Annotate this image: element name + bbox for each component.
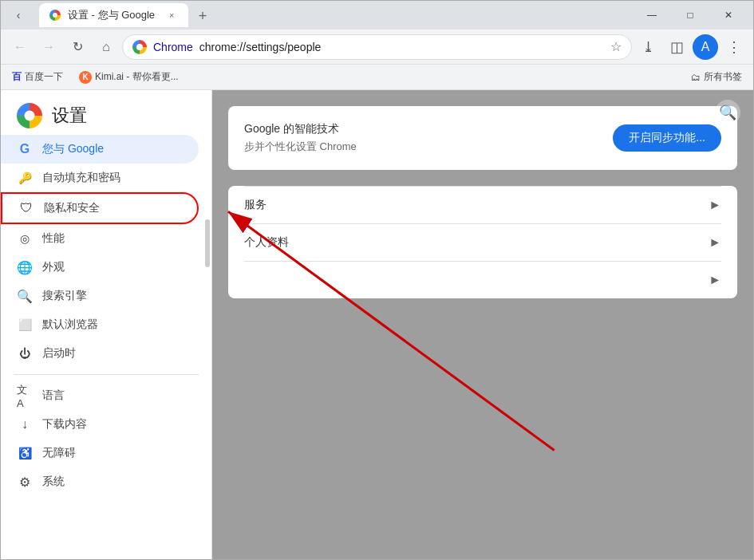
default-browser-label: 默认浏览器 (42, 317, 98, 332)
sidebar-item-downloads[interactable]: ↓ 下载内容 (1, 410, 199, 439)
sync-title: Google 的智能技术 (244, 122, 357, 136)
scrollbar-thumb[interactable] (205, 219, 210, 267)
settings-title: 设置 (52, 104, 87, 128)
autofill-label: 自动填充和密码 (42, 171, 120, 185)
downloads-icon: ↓ (17, 416, 33, 432)
sidebar-item-search[interactable]: 🔍 搜索引擎 (1, 282, 199, 310)
content-row-profile[interactable]: 个人资料 ► (244, 223, 721, 261)
bookmarks-folder-icon: 🗂 (691, 72, 701, 83)
chrome-logo-icon (132, 40, 147, 54)
all-bookmarks-label: 所有书签 (704, 70, 742, 84)
profile-button[interactable]: A (693, 34, 718, 60)
toolbar-right: ⤓ ◫ A ⋮ (635, 34, 747, 60)
bookmarks-divider-right: 🗂 所有书签 (686, 67, 747, 87)
sidebar-item-performance[interactable]: ◎ 性能 (1, 224, 199, 253)
system-label: 系统 (42, 475, 65, 489)
appearance-icon: 🌐 (17, 259, 33, 275)
performance-icon: ◎ (17, 231, 33, 246)
maximize-button[interactable]: □ (672, 2, 709, 28)
all-bookmarks-button[interactable]: 🗂 所有书签 (686, 67, 747, 87)
tab-strip: 设置 - 您与 Google × + (33, 3, 630, 27)
row3-arrow-icon: ► (709, 273, 721, 287)
sidebar-item-autofill[interactable]: 🔑 自动填充和密码 (1, 164, 199, 192)
toolbar: ← → ↻ ⌂ Chrome chrome://settings/people … (1, 30, 753, 65)
tab-close-button[interactable]: × (164, 8, 179, 22)
content-rows: 服务 ► 个人资料 ► ► (228, 186, 737, 298)
baidu-label: 百度一下 (25, 70, 63, 84)
sidebar-item-system[interactable]: ⚙ 系统 (1, 467, 199, 496)
search-label: 搜索引擎 (42, 289, 87, 303)
sidebar-item-startup[interactable]: ⏻ 启动时 (1, 339, 199, 368)
address-text: chrome://settings/people (199, 41, 604, 53)
system-icon: ⚙ (17, 474, 33, 490)
startup-label: 启动时 (42, 346, 76, 361)
appearance-label: 外观 (42, 260, 65, 274)
active-tab[interactable]: 设置 - 您与 Google × (39, 3, 188, 27)
settings-main: 🔍 Google 的智能技术 步并个性化设置 Chrome 开启同步功能... … (212, 90, 753, 559)
sidebar-item-accessibility[interactable]: ♿ 无障碍 (1, 439, 199, 467)
sync-text: Google 的智能技术 步并个性化设置 Chrome (244, 122, 357, 154)
startup-icon: ⏻ (17, 345, 33, 361)
privacy-label: 隐私和安全 (44, 201, 100, 215)
chrome-label: Chrome (153, 41, 193, 53)
language-label: 语言 (42, 388, 65, 403)
content-row-services[interactable]: 服务 ► (244, 186, 721, 223)
kimi-label: Kimi.ai - 帮你看更... (95, 70, 179, 84)
settings-header: 设置 (1, 90, 211, 135)
downloads-label: 下载内容 (42, 417, 87, 432)
settings-sidebar: 设置 G 您与 Google 🔑 自动填充和密码 🛡 隐私和安全 (1, 90, 212, 559)
sidebar-item-appearance[interactable]: 🌐 外观 (1, 253, 199, 282)
window-controls: — □ ✕ (634, 2, 747, 28)
sidebar-divider (14, 374, 199, 375)
settings-chrome-logo (17, 103, 42, 128)
sidebar-item-privacy[interactable]: 🛡 隐私和安全 (1, 192, 199, 224)
row1-arrow-icon: ► (709, 198, 721, 212)
sidebar-item-you-and-google[interactable]: G 您与 Google (1, 135, 199, 164)
content-row-extra[interactable]: ► (244, 261, 721, 298)
reload-button[interactable]: ↻ (65, 34, 90, 60)
autofill-icon: 🔑 (17, 170, 33, 186)
back-button[interactable]: ← (7, 34, 33, 60)
sidebar-item-language[interactable]: 文A 语言 (1, 381, 199, 410)
sync-button[interactable]: 开启同步功能... (613, 124, 721, 152)
performance-label: 性能 (42, 231, 65, 246)
search-settings-button[interactable]: 🔍 (715, 100, 740, 125)
new-tab-button[interactable]: + (191, 5, 214, 27)
privacy-icon: 🛡 (18, 200, 34, 216)
bookmarks-bar: 百 百度一下 K Kimi.ai - 帮你看更... 🗂 所有书签 (1, 65, 753, 90)
content-area: 设置 G 您与 Google 🔑 自动填充和密码 🛡 隐私和安全 (1, 90, 753, 559)
kimi-favicon: K (79, 71, 92, 84)
sidebar-nav: G 您与 Google 🔑 自动填充和密码 🛡 隐私和安全 ◎ 性能 (1, 135, 211, 559)
tab-nav-back[interactable]: ‹ (7, 4, 30, 26)
bookmark-kimi[interactable]: K Kimi.ai - 帮你看更... (74, 67, 184, 87)
title-bar: ‹ 设置 - 您与 Google × + — □ ✕ (1, 1, 753, 30)
tab-title: 设置 - 您与 Google (68, 8, 155, 22)
forward-button[interactable]: → (36, 34, 61, 60)
default-browser-icon: ⬜ (17, 317, 33, 333)
close-button[interactable]: ✕ (710, 2, 747, 28)
accessibility-label: 无障碍 (42, 446, 76, 460)
baidu-icon: 百 (12, 70, 22, 84)
sync-desc: 步并个性化设置 Chrome (244, 140, 357, 154)
language-icon: 文A (17, 388, 33, 404)
browser-window: ‹ 设置 - 您与 Google × + — □ ✕ ← → ↻ ⌂ (0, 0, 754, 560)
sync-card: Google 的智能技术 步并个性化设置 Chrome 开启同步功能... (228, 106, 737, 170)
profile-avatar: A (701, 40, 710, 54)
extensions-button[interactable]: ◫ (664, 34, 689, 60)
address-bar[interactable]: Chrome chrome://settings/people ☆ (122, 34, 632, 60)
download-button[interactable]: ⤓ (635, 34, 661, 60)
sidebar-item-default-browser[interactable]: ⬜ 默认浏览器 (1, 310, 199, 339)
tab-favicon (49, 9, 61, 22)
minimize-button[interactable]: — (634, 2, 670, 28)
home-button[interactable]: ⌂ (93, 34, 119, 60)
accessibility-icon: ♿ (17, 445, 33, 461)
you-and-google-label: 您与 Google (42, 142, 104, 156)
bookmark-star-icon[interactable]: ☆ (610, 39, 622, 54)
bookmark-baidu[interactable]: 百 百度一下 (7, 67, 68, 87)
row2-arrow-icon: ► (709, 235, 721, 250)
search-icon: 🔍 (17, 288, 33, 304)
you-and-google-icon: G (17, 141, 33, 157)
menu-button[interactable]: ⋮ (721, 34, 747, 60)
